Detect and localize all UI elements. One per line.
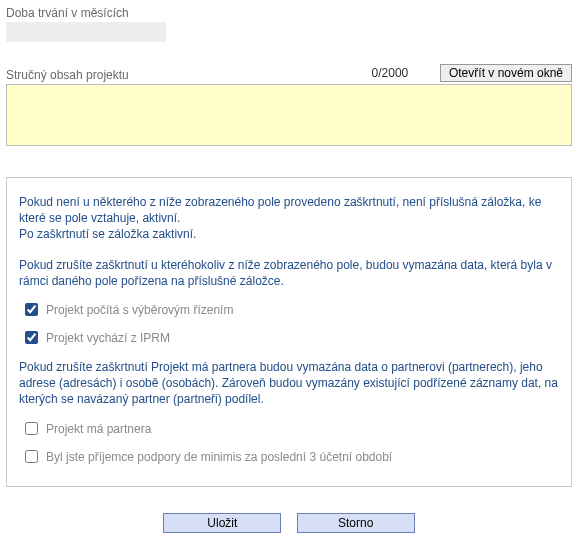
summary-counter: 0/2000 <box>340 66 440 82</box>
open-new-window-button[interactable]: Otevřít v novém okně <box>440 64 572 82</box>
checkbox-deminimis[interactable] <box>25 450 38 463</box>
checkbox-iprm-label: Projekt vychází z IPRM <box>46 331 170 345</box>
checkbox-row-deminimis: Byl jste příjemce podpory de minimis za … <box>25 450 559 464</box>
info-text-activation: Pokud není u některého z níže zobrazenéh… <box>19 194 559 243</box>
cancel-button[interactable]: Storno <box>297 513 415 533</box>
duration-label: Doba trvání v měsících <box>6 6 572 20</box>
action-buttons: Uložit Storno <box>6 513 572 533</box>
checkbox-row-partner: Projekt má partnera <box>25 422 559 436</box>
info-text-line: Po zaškrtnutí se záložka zaktivní. <box>19 227 196 241</box>
save-button[interactable]: Uložit <box>163 513 281 533</box>
checkbox-deminimis-label: Byl jste příjemce podpory de minimis za … <box>46 450 392 464</box>
checkbox-row-iprm: Projekt vychází z IPRM <box>25 331 559 345</box>
info-text-line: Pokud není u některého z níže zobrazenéh… <box>19 195 541 225</box>
checkbox-row-tender: Projekt počítá s výběrovým řízením <box>25 303 559 317</box>
checkbox-tender[interactable] <box>25 303 38 316</box>
duration-input[interactable] <box>6 22 166 42</box>
checkbox-tender-label: Projekt počítá s výběrovým řízením <box>46 303 233 317</box>
info-text-delete-warning: Pokud zrušíte zaškrtnutí u kteréhokoliv … <box>19 257 559 289</box>
checkbox-partner-label: Projekt má partnera <box>46 422 151 436</box>
summary-textarea[interactable] <box>6 84 572 146</box>
info-text-partner-warning: Pokud zrušíte zaškrtnutí Projekt má part… <box>19 359 559 408</box>
info-panel: Pokud není u některého z níže zobrazenéh… <box>6 177 572 487</box>
summary-label: Stručný obsah projektu <box>6 68 340 82</box>
checkbox-partner[interactable] <box>25 422 38 435</box>
checkbox-iprm[interactable] <box>25 331 38 344</box>
